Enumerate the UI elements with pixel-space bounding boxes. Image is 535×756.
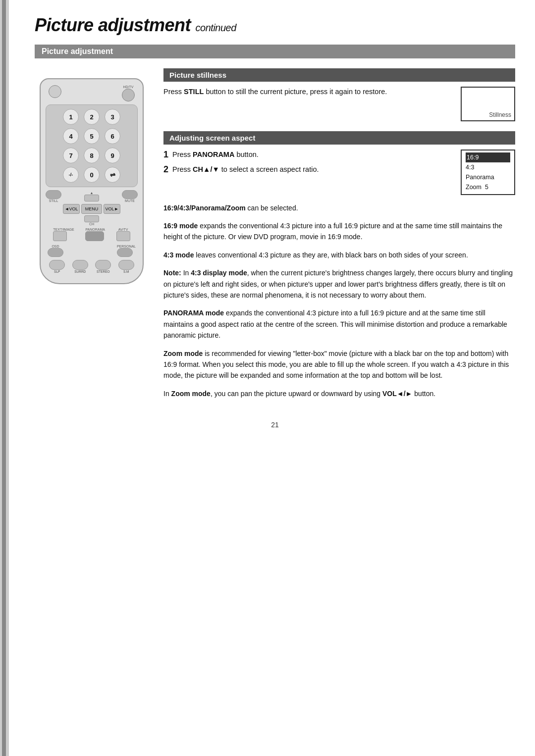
num-btn-8[interactable]: 8 xyxy=(84,148,100,163)
169-mode-bold: 16:9 mode xyxy=(163,222,198,230)
panorama-label: PANORAMA xyxy=(85,228,105,231)
vol-right-button[interactable]: VOL► xyxy=(104,204,120,214)
aspect-header: Adjusting screen aspect xyxy=(163,131,515,145)
personal-button[interactable] xyxy=(117,248,133,257)
sm-button[interactable] xyxy=(118,260,134,270)
text-image-button[interactable] xyxy=(53,231,67,241)
page-number: 21 xyxy=(35,421,515,429)
num-btn-7[interactable]: 7 xyxy=(63,148,79,163)
osd-button[interactable] xyxy=(48,248,63,257)
num-btn-3[interactable]: 3 xyxy=(105,109,120,125)
mute-button[interactable] xyxy=(122,190,138,199)
still-bold: STILL xyxy=(184,88,204,96)
num-btn-6[interactable]: 6 xyxy=(105,128,120,144)
stillness-row: Press STILL button to still the current … xyxy=(163,87,515,121)
num-btn-dash[interactable]: -/- xyxy=(63,167,79,183)
43-mode-bold: 4:3 mode xyxy=(163,251,194,259)
adjust-left: 1 Press PANORAMA button. 2 Press CH▲/▼ t… xyxy=(163,150,451,179)
num-btn-1[interactable]: 1 xyxy=(63,109,79,125)
surrd-button[interactable] xyxy=(72,260,88,270)
step-2: 2 Press CH▲/▼ to select a screen aspect … xyxy=(163,164,451,175)
step-1-num: 1 xyxy=(163,150,168,160)
para-zoom-pan: In Zoom mode, you can pan the picture up… xyxy=(163,388,515,399)
func-row-panorama: TEXT/IMAGE PANORAMA AV/TV xyxy=(46,228,138,241)
zoom-mode-bold-2: Zoom mode xyxy=(171,390,211,398)
panorama-button[interactable] xyxy=(85,231,104,241)
ch-up-label-top: ▲ xyxy=(90,191,94,195)
av-tv-button[interactable] xyxy=(116,231,130,241)
step-1: 1 Press PANORAMA button. xyxy=(163,150,451,160)
slp-button[interactable] xyxy=(49,260,65,270)
selectable-bold: 16:9/4:3/Panorama/Zoom xyxy=(163,204,246,212)
left-bar xyxy=(0,0,9,756)
hdtv-label: HD/TV xyxy=(122,85,135,89)
aspect-item-zoom: Zoom 5 xyxy=(466,184,488,191)
section-header: Picture adjustment xyxy=(35,45,515,58)
para-panorama: PANORAMA mode expands the conventional 4… xyxy=(163,307,515,341)
numpad-row-4: -/- 0 ⇌ xyxy=(49,167,134,183)
vol-left-button[interactable]: ◄VOL xyxy=(63,204,80,214)
remote-control: HD/TV 1 2 3 4 5 6 xyxy=(40,78,144,284)
note-bold: Note: xyxy=(163,269,181,277)
ch-down-button[interactable] xyxy=(84,215,99,222)
power-button[interactable] xyxy=(49,85,61,98)
vol-menu-row: ◄VOL MENU VOL► xyxy=(46,204,138,214)
aspect-box: 16:9 4:3 Panorama Zoom 5 xyxy=(461,150,515,195)
mute-label: MUTE xyxy=(122,199,138,202)
num-btn-0[interactable]: 0 xyxy=(84,167,100,183)
num-btn-5[interactable]: 5 xyxy=(84,128,100,144)
personal-label: PERSONAL xyxy=(117,245,136,248)
aspect-item-43: 4:3 xyxy=(466,164,474,171)
still-label: STILL xyxy=(46,199,61,202)
step-1-text: Press PANORAMA button. xyxy=(172,150,259,160)
func-row-osd: OSD PERSONAL xyxy=(46,243,138,257)
remote-container: HD/TV 1 2 3 4 5 6 xyxy=(35,78,149,406)
right-content: Picture stillness Press STILL button to … xyxy=(163,68,515,406)
numpad: 1 2 3 4 5 6 7 8 9 -/- xyxy=(46,104,138,187)
stillness-description: Press STILL button to still the current … xyxy=(163,87,451,98)
left-bar-inner xyxy=(2,0,6,756)
43-display-bold: 4:3 display mode xyxy=(191,269,247,277)
ch-bold: CH▲/▼ xyxy=(193,165,219,173)
bottom-btn-row: SLP SURRD STEREO S.M xyxy=(46,260,138,273)
ch-down-label: CH xyxy=(89,222,94,226)
stereo-button[interactable] xyxy=(95,260,111,270)
page-title: Picture adjustment continued xyxy=(35,15,515,36)
ch-up-button[interactable] xyxy=(84,195,99,202)
page-content: Picture adjustment continued Picture adj… xyxy=(15,0,535,449)
num-btn-2[interactable]: 2 xyxy=(84,109,100,125)
para-zoom: Zoom mode is recommended for viewing "le… xyxy=(163,348,515,381)
para-169: 16:9 mode expands the conventional 4:3 p… xyxy=(163,220,515,243)
main-layout: HD/TV 1 2 3 4 5 6 xyxy=(35,68,515,406)
ch-down-row: CH xyxy=(46,215,138,226)
para-43: 4:3 mode leaves conventional 4:3 picture… xyxy=(163,250,515,260)
aspect-selected: 16:9 xyxy=(466,152,510,162)
vol-bold: VOL◄/► xyxy=(382,390,412,398)
num-btn-cc[interactable]: ⇌ xyxy=(105,167,120,183)
osd-label: OSD xyxy=(48,245,63,248)
av-tv-label: AV/TV xyxy=(116,228,130,231)
zoom-mode-bold: Zoom mode xyxy=(163,350,203,357)
step-2-num: 2 xyxy=(163,164,168,175)
surrd-label: SURRD xyxy=(72,270,88,273)
text-image-label: TEXT/IMAGE xyxy=(53,228,74,231)
menu-button[interactable]: MENU xyxy=(81,204,102,214)
slp-label: SLP xyxy=(49,270,65,273)
panorama-bold: PANORAMA xyxy=(193,151,234,158)
para-note: Note: In 4:3 display mode, when the curr… xyxy=(163,267,515,301)
selectable-note: 16:9/4:3/Panorama/Zoom can be selected. xyxy=(163,203,515,213)
num-btn-9[interactable]: 9 xyxy=(105,148,120,163)
numpad-row-3: 7 8 9 xyxy=(49,148,134,163)
remote-top-row: HD/TV xyxy=(46,85,138,101)
numpad-row-1: 1 2 3 xyxy=(49,109,134,125)
aspect-item-panorama: Panorama xyxy=(466,174,494,181)
stillness-header: Picture stillness xyxy=(163,68,515,82)
stereo-label: STEREO xyxy=(95,270,111,273)
num-btn-4[interactable]: 4 xyxy=(63,128,79,144)
numpad-row-2: 4 5 6 xyxy=(49,128,134,144)
panorama-mode-bold: PANORAMA mode xyxy=(163,309,224,317)
still-button[interactable] xyxy=(46,190,61,199)
stillness-box: Stillness xyxy=(461,87,515,121)
hdtv-button[interactable] xyxy=(122,89,135,101)
sm-label: S.M xyxy=(118,270,134,273)
